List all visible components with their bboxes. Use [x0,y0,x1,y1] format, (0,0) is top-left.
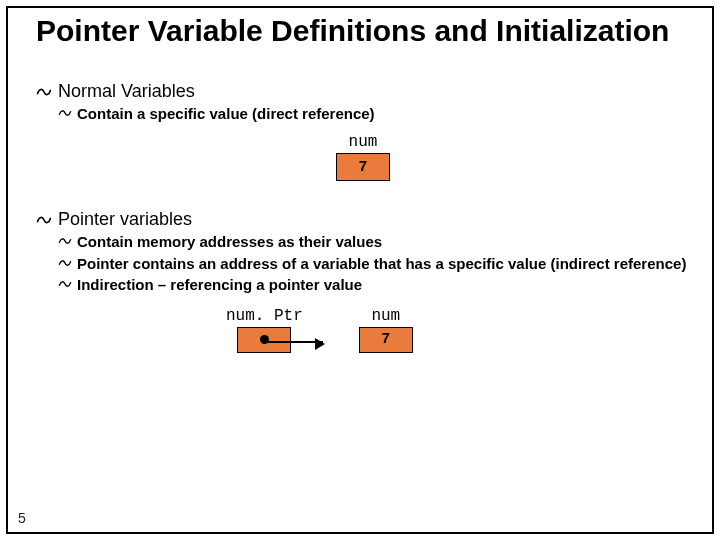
pointer-box [237,327,291,353]
slide-border [6,6,714,534]
var-label-numptr: num. Ptr [226,307,303,325]
page-number: 5 [18,510,26,526]
pointer-dot-icon [260,335,269,344]
pointer-column: num. Ptr [226,307,303,353]
arrow-icon [265,341,323,343]
